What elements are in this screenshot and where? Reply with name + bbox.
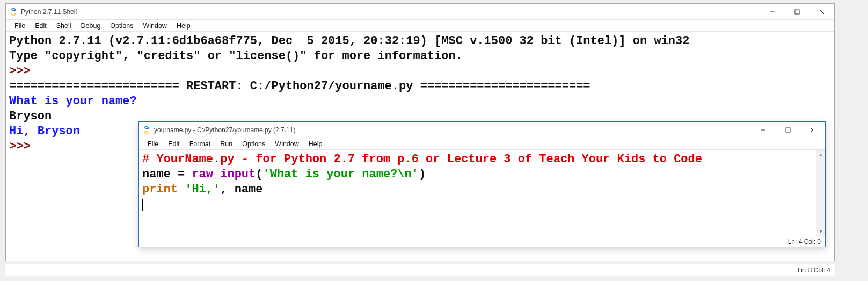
shell-status-text: Ln: 8 Col: 4	[798, 266, 830, 274]
menu-window[interactable]: Window	[138, 21, 171, 31]
menu-file[interactable]: File	[143, 139, 163, 149]
python-icon	[142, 126, 151, 134]
code-keyword: print	[142, 183, 178, 196]
scroll-up-icon[interactable]: ▲	[816, 150, 825, 159]
code-text: name =	[142, 168, 192, 181]
shell-stdout: What is your name?	[9, 95, 137, 108]
editor-window-controls	[751, 122, 825, 138]
shell-prompt: >>>	[9, 64, 38, 78]
menu-window[interactable]: Window	[271, 139, 303, 149]
editor-window: yourname.py - C:/Python27/yourname.py (2…	[138, 121, 826, 247]
menu-options[interactable]: Options	[106, 21, 137, 31]
menu-help[interactable]: Help	[172, 21, 195, 31]
editor-titlebar[interactable]: yourname.py - C:/Python27/yourname.py (2…	[139, 122, 825, 138]
menu-debug[interactable]: Debug	[77, 21, 105, 31]
code-text: , name	[220, 183, 262, 196]
menu-edit[interactable]: Edit	[31, 21, 51, 31]
menu-file[interactable]: File	[10, 21, 30, 31]
close-button[interactable]	[800, 122, 825, 138]
shell-window-controls	[760, 4, 834, 19]
close-button[interactable]	[809, 4, 834, 19]
editor-content[interactable]: # YourName.py - for Python 2.7 from p.6 …	[139, 150, 825, 236]
shell-title: Python 2.7.11 Shell	[21, 8, 760, 16]
menu-options[interactable]: Options	[238, 139, 269, 149]
menu-shell[interactable]: Shell	[52, 21, 76, 31]
editor-statusbar: Ln: 4 Col: 0	[139, 236, 825, 247]
menu-format[interactable]: Format	[185, 139, 215, 149]
code-comment: # YourName.py - for Python 2.7 from p.6 …	[142, 153, 702, 166]
shell-titlebar[interactable]: Python 2.7.11 Shell	[6, 4, 834, 20]
menu-run[interactable]: Run	[216, 139, 237, 149]
editor-status-text: Ln: 4 Col: 0	[788, 238, 821, 246]
svg-rect-1	[795, 10, 799, 14]
code-string: 'Hi,'	[185, 183, 220, 196]
code-text	[178, 183, 185, 196]
menu-help[interactable]: Help	[304, 139, 327, 149]
text-cursor	[142, 199, 143, 211]
code-text: )	[419, 168, 426, 181]
shell-menubar: File Edit Shell Debug Options Window Hel…	[6, 20, 834, 32]
code-text: (	[256, 168, 262, 181]
code-string: 'What is your name?\n'	[262, 168, 418, 181]
shell-line: Type "copyright", "credits" or "license(…	[9, 49, 463, 63]
scroll-down-icon[interactable]: ▼	[816, 227, 825, 236]
python-icon	[9, 8, 18, 16]
shell-stdout: Hi, Bryson	[9, 125, 80, 138]
svg-rect-5	[786, 128, 790, 132]
editor-code[interactable]: # YourName.py - for Python 2.7 from p.6 …	[139, 150, 825, 214]
shell-input: Bryson	[9, 110, 52, 123]
editor-title: yourname.py - C:/Python27/yourname.py (2…	[154, 126, 751, 134]
shell-statusbar: Ln: 8 Col: 4	[5, 264, 835, 276]
shell-prompt: >>>	[9, 140, 38, 153]
editor-menubar: File Edit Format Run Options Window Help	[139, 138, 825, 150]
minimize-button[interactable]	[751, 122, 776, 138]
shell-line: Python 2.7.11 (v2.7.11:6d1b6a68f775, Dec…	[9, 34, 689, 48]
code-builtin: raw_input	[192, 168, 256, 181]
menu-edit[interactable]: Edit	[164, 139, 184, 149]
minimize-button[interactable]	[760, 4, 785, 19]
shell-restart: ======================== RESTART: C:/Pyt…	[9, 80, 590, 93]
maximize-button[interactable]	[785, 4, 809, 19]
editor-scrollbar[interactable]: ▲ ▼	[816, 150, 825, 236]
maximize-button[interactable]	[776, 122, 800, 138]
